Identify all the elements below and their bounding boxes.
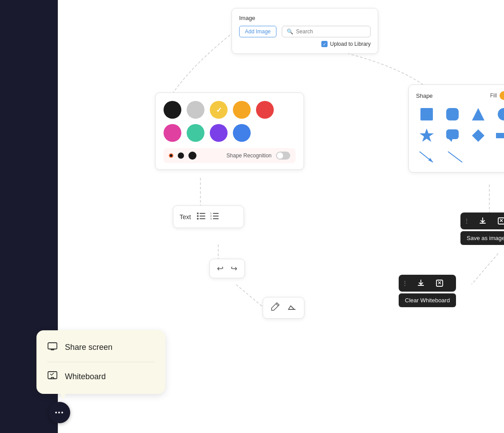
svg-rect-0 (420, 108, 433, 120)
svg-line-25 (291, 306, 294, 309)
svg-point-16 (197, 218, 199, 220)
color-red[interactable] (256, 101, 274, 119)
add-image-button[interactable]: Add Image (239, 26, 276, 37)
svg-rect-15 (200, 216, 205, 216)
undo-button[interactable]: ↩ (217, 264, 224, 273)
shape-diagonal-line[interactable] (444, 148, 466, 166)
color-yellow[interactable] (210, 101, 228, 119)
svg-point-3 (498, 108, 504, 120)
fill-label: Fill (490, 92, 497, 99)
search-input[interactable] (296, 28, 366, 35)
pen-size-large[interactable] (188, 152, 196, 160)
whiteboard-item[interactable]: Whiteboard (36, 364, 165, 389)
shape-recognition-toggle[interactable] (276, 152, 290, 160)
save-clear-button[interactable] (492, 212, 504, 229)
line-tools-row (416, 148, 504, 166)
color-purple[interactable] (210, 124, 228, 142)
color-teal[interactable] (187, 124, 204, 142)
svg-rect-17 (200, 218, 205, 219)
color-orange[interactable] (233, 101, 251, 119)
svg-marker-4 (420, 128, 434, 142)
shape-chat-bubble[interactable] (442, 127, 463, 144)
shape-diamond[interactable] (468, 127, 489, 144)
svg-rect-5 (446, 129, 459, 139)
shape-circle[interactable] (493, 105, 504, 123)
color-black[interactable] (164, 101, 181, 119)
svg-marker-8 (496, 130, 504, 141)
color-pink[interactable] (164, 124, 181, 142)
svg-rect-21 (213, 216, 219, 216)
share-screen-label: Share screen (65, 343, 112, 352)
popup-menu: Share screen Whiteboard (36, 330, 165, 394)
clear-whiteboard-toolbar: ⋮ Clear Whiteboard (399, 275, 456, 307)
save-as-image-tooltip: Save as image (460, 231, 504, 245)
shape-diagonal-arrow[interactable] (416, 148, 437, 166)
shape-panel-title: Shape (416, 92, 433, 99)
shape-recognition-label: Shape Recognition (227, 152, 272, 159)
shape-grid (416, 105, 504, 144)
shape-star[interactable] (416, 127, 437, 144)
save-toolbar-bar: ⋮ (460, 212, 504, 229)
svg-text:3: 3 (210, 217, 212, 220)
svg-rect-29 (48, 343, 57, 349)
search-box: 🔍 (282, 26, 371, 37)
pen-size-medium[interactable] (178, 152, 184, 159)
color-gray[interactable] (187, 101, 204, 119)
fill-toggle[interactable] (500, 91, 504, 100)
chat-button[interactable]: ••• (49, 402, 70, 423)
svg-rect-23 (213, 218, 219, 219)
draw-tools-panel (263, 297, 304, 319)
shape-triangle[interactable] (468, 105, 489, 123)
shape-rounded-rect[interactable] (442, 105, 463, 123)
svg-marker-6 (449, 139, 452, 142)
upload-label: Upload to Library (330, 41, 371, 47)
color-grid (164, 101, 296, 142)
undo-redo-panel: ↩ ↪ (209, 259, 245, 278)
clear-board-button[interactable] (430, 275, 449, 292)
image-panel-title: Image (239, 15, 371, 21)
whiteboard-icon (47, 370, 58, 383)
svg-marker-7 (472, 129, 484, 142)
list-icons: 1 2 3 (196, 211, 220, 222)
shape-panel: Shape Fill (408, 84, 504, 172)
text-label: Text (180, 213, 191, 221)
save-as-image-toolbar: ⋮ Save as image (460, 212, 504, 245)
save-toolbar-dots: ⋮ (460, 218, 473, 224)
chat-dots-icon: ••• (55, 409, 64, 416)
image-panel: Image Add Image 🔍 ✓ Upload to Library (232, 8, 378, 54)
bullet-list-button[interactable] (196, 211, 206, 222)
svg-rect-19 (213, 213, 219, 214)
shape-arrow-right[interactable] (493, 127, 504, 144)
upload-checkbox[interactable]: ✓ (321, 41, 328, 47)
clear-download-button[interactable] (412, 275, 430, 292)
eraser-button[interactable] (287, 302, 297, 314)
svg-marker-10 (428, 158, 433, 162)
shape-square[interactable] (416, 105, 437, 123)
clear-toolbar-dots: ⋮ (399, 280, 412, 286)
share-screen-item[interactable]: Share screen (36, 335, 165, 360)
whiteboard-label: Whiteboard (65, 372, 106, 381)
svg-point-14 (197, 215, 199, 217)
fill-toggle-row: Fill (490, 91, 504, 100)
color-picker-panel: Shape Recognition (155, 92, 304, 170)
svg-marker-2 (472, 108, 484, 120)
redo-button[interactable]: ↪ (231, 264, 237, 273)
save-download-button[interactable] (473, 212, 492, 229)
search-icon: 🔍 (287, 28, 293, 35)
pen-size-row: Shape Recognition (164, 148, 296, 163)
clear-toolbar-bar: ⋮ (399, 275, 456, 292)
pen-button[interactable] (270, 302, 280, 314)
color-blue[interactable] (233, 124, 251, 142)
svg-rect-13 (200, 213, 205, 214)
text-panel: Text 1 2 3 (173, 205, 244, 228)
numbered-list-button[interactable]: 1 2 3 (210, 211, 220, 222)
pen-size-small[interactable] (169, 153, 173, 158)
popup-divider (47, 362, 155, 362)
svg-line-11 (448, 152, 462, 162)
shape-panel-header: Shape Fill (416, 91, 504, 100)
svg-point-12 (197, 212, 199, 214)
clear-whiteboard-tooltip: Clear Whiteboard (399, 293, 456, 307)
share-screen-icon (47, 341, 58, 354)
svg-rect-1 (446, 108, 459, 120)
